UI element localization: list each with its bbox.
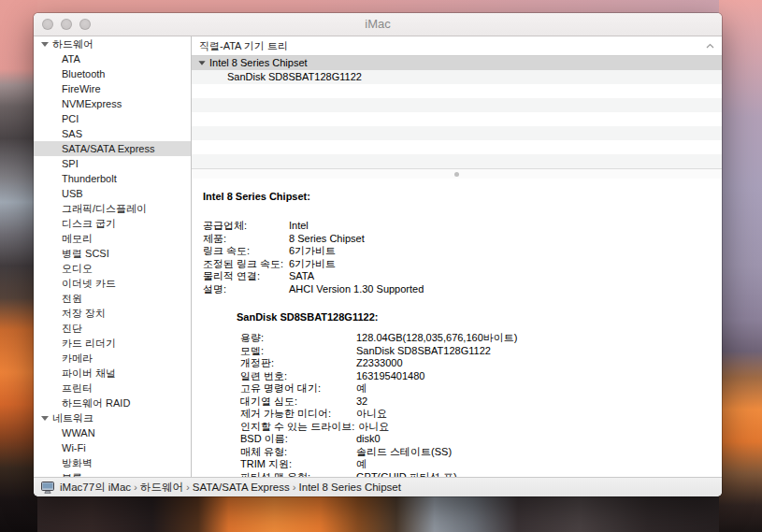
sidebar-item-pci[interactable]: PCI xyxy=(34,111,191,126)
sidebar-item-label: WWAN xyxy=(62,425,95,440)
sidebar-item-label: 저장 장치 xyxy=(62,306,106,321)
detail-value: 예 xyxy=(356,458,367,471)
detail-row-링크-속도: 링크 속도:6기가비트 xyxy=(192,245,722,258)
detail-label: 제거 가능한 미디어: xyxy=(240,408,356,421)
sidebar-item-카드-리더기[interactable]: 카드 리더기 xyxy=(34,336,191,351)
breadcrumb-separator: › xyxy=(183,482,193,493)
detail-label: 링크 속도: xyxy=(203,245,289,258)
sidebar-item-label: SAS xyxy=(62,126,82,141)
tree-row-sandisk-sd8sbat128g1122[interactable]: SanDisk SD8SBAT128G1122 xyxy=(192,70,722,84)
sidebar-item-firewire[interactable]: FireWire xyxy=(34,81,191,96)
sidebar-item-label: Bluetooth xyxy=(62,66,105,81)
sidebar-item-wwan[interactable]: WWAN xyxy=(34,425,191,440)
sidebar-item-thunderbolt[interactable]: Thunderbolt xyxy=(34,171,191,186)
sidebar-item-nvmexpress[interactable]: NVMExpress xyxy=(34,96,191,111)
detail-row-제품: 제품:8 Series Chipset xyxy=(192,233,722,246)
breadcrumb: iMac77의 iMac›하드웨어›SATA/SATA Express›Inte… xyxy=(60,481,401,495)
disclosure-triangle-icon[interactable] xyxy=(198,61,205,65)
detail-row-일련-번호: 일련 번호:163195401480 xyxy=(192,370,722,383)
detail-label: 대기열 심도: xyxy=(240,395,356,409)
sidebar-item-그래픽-디스플레이[interactable]: 그래픽/디스플레이 xyxy=(34,201,191,216)
wallpaper-sky-right xyxy=(719,0,762,532)
splitter-handle[interactable] xyxy=(192,168,722,179)
sidebar-item-진단[interactable]: 진단 xyxy=(34,321,191,336)
sidebar-item-label: Thunderbolt xyxy=(62,171,117,186)
disclosure-triangle-icon[interactable] xyxy=(41,416,49,421)
detail-value: disk0 xyxy=(356,433,381,446)
sidebar-item-label: 진단 xyxy=(62,321,82,336)
sidebar-item-label: 프린터 xyxy=(62,381,93,395)
chevron-up-icon[interactable] xyxy=(706,43,714,49)
sidebar-item-전원[interactable]: 전원 xyxy=(34,291,191,306)
sidebar-item-병렬-scsi[interactable]: 병렬 SCSI xyxy=(34,246,191,261)
sidebar-item-이더넷-카드[interactable]: 이더넷 카드 xyxy=(34,276,191,291)
detail-label: 모델: xyxy=(240,345,356,358)
sidebar-item-label: 이더넷 카드 xyxy=(62,276,116,291)
detail-value: 아니요 xyxy=(356,408,387,421)
detail-value: AHCI Version 1.30 Supported xyxy=(289,283,424,296)
tree-row-label: Intel 8 Series Chipset xyxy=(209,56,308,70)
sidebar: 하드웨어ATABluetoothFireWireNVMExpressPCISAS… xyxy=(34,36,192,477)
detail-row-고유-명령어-대기: 고유 명령어 대기:예 xyxy=(192,382,722,395)
system-information-window: iMac 하드웨어ATABluetoothFireWireNVMExpressP… xyxy=(34,13,722,496)
sidebar-item-프린터[interactable]: 프린터 xyxy=(34,381,191,395)
sidebar-item-label: 병렬 SCSI xyxy=(62,246,109,261)
sidebar-item-label: 오디오 xyxy=(62,261,93,276)
sidebar-item-usb[interactable]: USB xyxy=(34,186,191,201)
tree-row-intel-8-series-chipset[interactable]: Intel 8 Series Chipset xyxy=(192,56,722,70)
main-panel: 직렬-ATA 기기 트리 Intel 8 Series ChipsetSanDi… xyxy=(192,36,722,477)
sidebar-item-label: FireWire xyxy=(62,81,101,96)
sidebar-item-하드웨어-raid[interactable]: 하드웨어 RAID xyxy=(34,395,191,410)
detail-label: 인지할 수 있는 드라이브: xyxy=(240,421,358,434)
sidebar-item-sas[interactable]: SAS xyxy=(34,126,191,141)
tree-row-empty xyxy=(192,154,722,168)
sidebar-item-label: 전원 xyxy=(62,291,82,306)
detail-row-trim-지원: TRIM 지원:예 xyxy=(192,458,722,471)
details-panel: Intel 8 Series Chipset:공급업체:Intel제품:8 Se… xyxy=(192,179,722,477)
tree-header: 직렬-ATA 기기 트리 xyxy=(192,36,722,56)
detail-label: 고유 명령어 대기: xyxy=(240,382,356,395)
sidebar-group-네트워크[interactable]: 네트워크 xyxy=(34,410,191,425)
tree-row-empty xyxy=(192,140,722,154)
sidebar-item-label: SATA/SATA Express xyxy=(62,141,154,156)
sidebar-item-저장-장치[interactable]: 저장 장치 xyxy=(34,306,191,321)
disclosure-triangle-icon[interactable] xyxy=(41,42,49,47)
device-tree: Intel 8 Series ChipsetSanDisk SD8SBAT128… xyxy=(192,56,722,168)
wallpaper-mountain-left xyxy=(0,0,37,532)
detail-value: 163195401480 xyxy=(356,370,424,383)
section-gap xyxy=(192,324,722,332)
sidebar-item-카메라[interactable]: 카메라 xyxy=(34,351,191,366)
window-titlebar[interactable]: iMac xyxy=(34,13,722,36)
sidebar-item-오디오[interactable]: 오디오 xyxy=(34,261,191,276)
sidebar-item-label: 볼륨 xyxy=(62,470,82,477)
detail-row-물리적-연결: 물리적 연결:SATA xyxy=(192,270,722,283)
sidebar-group-하드웨어[interactable]: 하드웨어 xyxy=(34,36,191,51)
sidebar-item-ata[interactable]: ATA xyxy=(34,51,191,66)
sidebar-item-label: PCI xyxy=(62,111,79,126)
sidebar-item-bluetooth[interactable]: Bluetooth xyxy=(34,66,191,81)
window-title: iMac xyxy=(34,13,722,36)
detail-value: Intel xyxy=(289,220,309,233)
window-content: 하드웨어ATABluetoothFireWireNVMExpressPCISAS… xyxy=(34,36,722,477)
sidebar-item-볼륨[interactable]: 볼륨 xyxy=(34,470,191,477)
detail-value: 8 Series Chipset xyxy=(289,233,365,246)
detail-row-모델: 모델:SanDisk SD8SBAT128G1122 xyxy=(192,345,722,358)
tree-row-empty xyxy=(192,84,722,98)
tree-header-label: 직렬-ATA 기기 트리 xyxy=(199,39,288,53)
detail-label: 조정된 링크 속도: xyxy=(203,258,289,271)
sidebar-item-label: 카드 리더기 xyxy=(62,336,116,351)
sidebar-item-파이버-채널[interactable]: 파이버 채널 xyxy=(34,366,191,381)
sidebar-item-방화벽[interactable]: 방화벽 xyxy=(34,455,191,470)
sidebar-item-메모리[interactable]: 메모리 xyxy=(34,231,191,246)
detail-row-대기열-심도: 대기열 심도:32 xyxy=(192,395,722,409)
sidebar-item-sata-sata-express[interactable]: SATA/SATA Express xyxy=(34,141,191,156)
detail-row-인지할-수-있는-드라이브: 인지할 수 있는 드라이브:아니요 xyxy=(192,421,722,434)
section-gap xyxy=(192,203,722,220)
sidebar-item-디스크-굽기[interactable]: 디스크 굽기 xyxy=(34,216,191,231)
sidebar-item-wi-fi[interactable]: Wi-Fi xyxy=(34,440,191,455)
sidebar-item-spi[interactable]: SPI xyxy=(34,156,191,171)
detail-row-용량: 용량:128.04GB(128,035,676,160바이트) xyxy=(192,332,722,345)
sidebar-group-label: 하드웨어 xyxy=(52,36,93,51)
sidebar-item-label: 방화벽 xyxy=(62,455,93,470)
sidebar-item-label: 그래픽/디스플레이 xyxy=(62,201,147,216)
